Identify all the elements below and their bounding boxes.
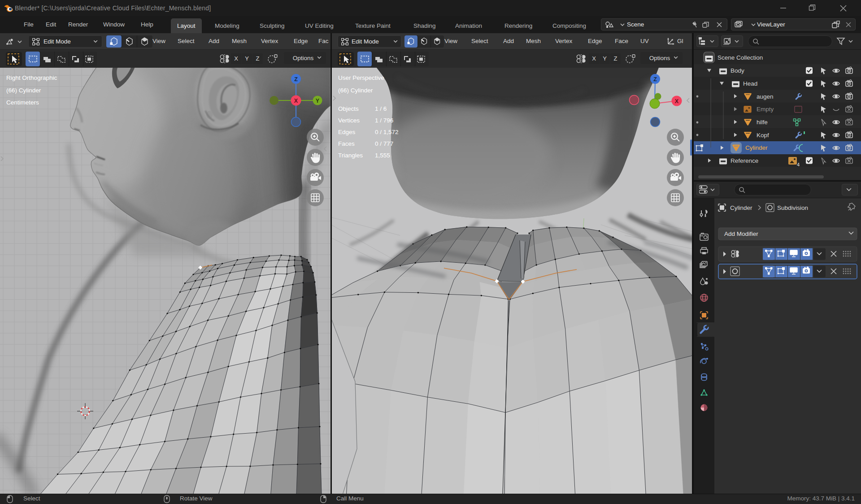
svg-text:User Perspective: User Perspective <box>338 74 384 81</box>
svg-text:Triangles: Triangles <box>338 152 363 159</box>
svg-text:0 / 777: 0 / 777 <box>375 140 393 147</box>
svg-text:X: X <box>675 98 679 104</box>
svg-text:Vertices: Vertices <box>338 117 360 124</box>
svg-text:(66) Cylinder: (66) Cylinder <box>338 87 373 94</box>
svg-text:Cylinder: Cylinder <box>745 144 768 151</box>
svg-text:1 / 796: 1 / 796 <box>375 117 393 124</box>
svg-text:X: X <box>294 98 298 104</box>
svg-text:Head: Head <box>743 80 757 87</box>
svg-text:Objects: Objects <box>338 105 359 112</box>
svg-text:Kopf: Kopf <box>757 132 769 139</box>
svg-text:Z: Z <box>653 76 657 83</box>
svg-text:Body: Body <box>731 67 744 74</box>
svg-text:Faces: Faces <box>338 140 355 147</box>
svg-text:Y: Y <box>316 98 320 104</box>
svg-text:Centimeters: Centimeters <box>6 99 39 106</box>
svg-text:(66) Cylinder: (66) Cylinder <box>6 87 41 94</box>
svg-text:hilfe: hilfe <box>757 119 768 126</box>
svg-text:1,555: 1,555 <box>375 152 390 159</box>
svg-text:Reference: Reference <box>731 157 758 164</box>
svg-text:augen: augen <box>757 93 774 100</box>
svg-text:0 / 1,572: 0 / 1,572 <box>375 129 399 135</box>
svg-text:1 / 6: 1 / 6 <box>375 105 387 112</box>
svg-text:4: 4 <box>797 162 800 167</box>
svg-text:Scene Collection: Scene Collection <box>718 54 763 61</box>
svg-text:Right Orthographic: Right Orthographic <box>6 74 57 81</box>
svg-text:Edges: Edges <box>338 129 356 135</box>
svg-text:Z: Z <box>294 76 298 83</box>
svg-text:Empty: Empty <box>757 106 774 113</box>
